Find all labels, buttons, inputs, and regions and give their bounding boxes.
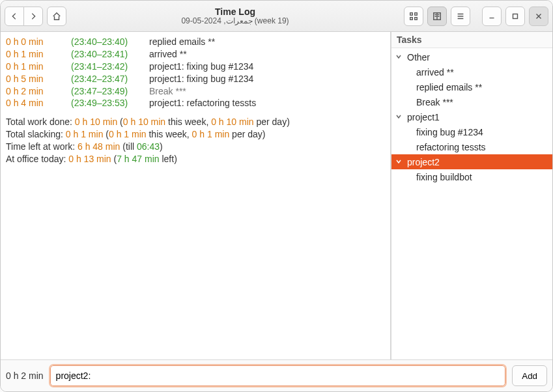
columns-icon (432, 12, 442, 21)
tree-group-label: Other (407, 52, 430, 63)
log-duration: 0 h 5 min (6, 73, 71, 85)
tasks-pane: Tasks Otherarrived **replied emails **Br… (391, 32, 552, 359)
tree-item[interactable]: arrived ** (391, 64, 552, 79)
tree-group-label: project2 (407, 157, 440, 167)
tasks-header: Tasks (391, 32, 552, 48)
svg-rect-3 (415, 17, 418, 20)
nav-group (5, 7, 43, 26)
svg-rect-0 (410, 12, 413, 15)
tree-item[interactable]: Break *** (391, 94, 552, 109)
entry-input[interactable] (50, 365, 506, 386)
log-description: arrived ** (149, 48, 385, 61)
footer: 0 h 2 min Add (1, 359, 552, 391)
log-duration: 0 h 2 min (6, 85, 71, 98)
chevron-left-icon (10, 12, 19, 21)
log-description: project1: fixing bug #1234 (149, 73, 385, 85)
log-timespan: (23:49–23:53) (71, 97, 149, 109)
tree-item[interactable]: fixing buildbot (391, 169, 552, 184)
chevron-right-icon (29, 12, 38, 21)
log-description: project1: fixing bug #1234 (149, 61, 385, 73)
log-duration: 0 h 0 min (6, 36, 71, 48)
log-timespan: (23:40–23:41) (71, 48, 149, 61)
tree-group[interactable]: Other (391, 49, 552, 64)
log-row[interactable]: 0 h 1 min(23:41–23:42)project1: fixing b… (6, 61, 385, 73)
summary-label: Total work done: (6, 117, 75, 127)
tree-group[interactable]: project2 (391, 154, 552, 169)
tree-item[interactable]: replied emails ** (391, 79, 552, 94)
log-duration: 0 h 4 min (6, 97, 71, 109)
log-timespan: (23:40–23:40) (71, 36, 149, 48)
summary-label: Time left at work: (6, 141, 78, 152)
log-duration: 0 h 1 min (6, 61, 71, 73)
tree-item-label: replied emails ** (416, 82, 482, 92)
log-row[interactable]: 0 h 0 min(23:40–23:40)replied emails ** (6, 36, 385, 48)
minimize-icon (487, 12, 496, 21)
hamburger-icon (456, 12, 465, 21)
tree-item-label: arrived ** (416, 67, 454, 77)
svg-rect-14 (513, 14, 518, 18)
chevron-down-icon (395, 158, 404, 166)
summary-label: Total slacking: (6, 129, 66, 139)
app-window: Time Log جمعرات, 2024-05-09 (week 19) (0, 0, 553, 392)
tree-item[interactable]: fixing bug #1234 (391, 124, 552, 139)
summary-value: 0 h 10 min (75, 117, 117, 127)
close-icon (534, 12, 543, 21)
tree-item[interactable]: refactoring tessts (391, 139, 552, 154)
headerbar: Time Log جمعرات, 2024-05-09 (week 19) (1, 1, 552, 32)
log-duration: 0 h 1 min (6, 48, 71, 61)
view-grid-button[interactable] (404, 7, 423, 26)
log-timespan: (23:41–23:42) (71, 61, 149, 73)
minimize-button[interactable] (482, 7, 502, 26)
tasks-tree[interactable]: Otherarrived **replied emails **Break **… (391, 48, 552, 359)
log-row[interactable]: 0 h 2 min(23:47–23:49)Break *** (6, 85, 385, 98)
tree-item-label: Break *** (416, 97, 453, 107)
log-description: Break *** (149, 85, 385, 98)
close-button[interactable] (529, 7, 548, 26)
log-description: replied emails ** (149, 36, 385, 48)
window-subtitle: جمعرات, 2024-05-09 (week 19) (70, 17, 400, 26)
summary-block: Total work done: 0 h 10 min (0 h 10 min … (6, 116, 385, 165)
maximize-button[interactable] (505, 7, 525, 26)
log-timespan: (23:42–23:47) (71, 73, 149, 85)
tree-item-label: refactoring tessts (416, 142, 486, 152)
add-button[interactable]: Add (512, 365, 547, 386)
summary-label: At office today: (6, 154, 68, 164)
window-title: Time Log (70, 7, 400, 17)
tree-group-label: project1 (407, 112, 440, 122)
back-button[interactable] (5, 7, 24, 26)
chevron-down-icon (395, 53, 404, 61)
log-description: project1: refactoring tessts (149, 97, 385, 109)
tree-item-label: fixing buildbot (416, 172, 472, 182)
chevron-down-icon (395, 113, 404, 121)
log-timespan: (23:47–23:49) (71, 85, 149, 98)
tree-item-label: fixing bug #1234 (416, 127, 483, 137)
forward-button[interactable] (23, 7, 43, 26)
tree-group[interactable]: project1 (391, 109, 552, 124)
log-pane[interactable]: 0 h 0 min(23:40–23:40)replied emails **0… (1, 32, 391, 359)
view-split-button[interactable] (427, 7, 447, 26)
grid-icon (409, 12, 418, 21)
log-row[interactable]: 0 h 1 min(23:40–23:41)arrived ** (6, 48, 385, 61)
home-icon (52, 12, 61, 21)
current-duration: 0 h 2 min (6, 371, 44, 381)
menu-button[interactable] (451, 7, 470, 26)
maximize-icon (511, 12, 520, 21)
svg-rect-2 (410, 17, 413, 20)
log-row[interactable]: 0 h 4 min(23:49–23:53)project1: refactor… (6, 97, 385, 109)
log-row[interactable]: 0 h 5 min(23:42–23:47)project1: fixing b… (6, 73, 385, 85)
svg-rect-1 (415, 12, 418, 15)
home-button[interactable] (47, 7, 66, 26)
